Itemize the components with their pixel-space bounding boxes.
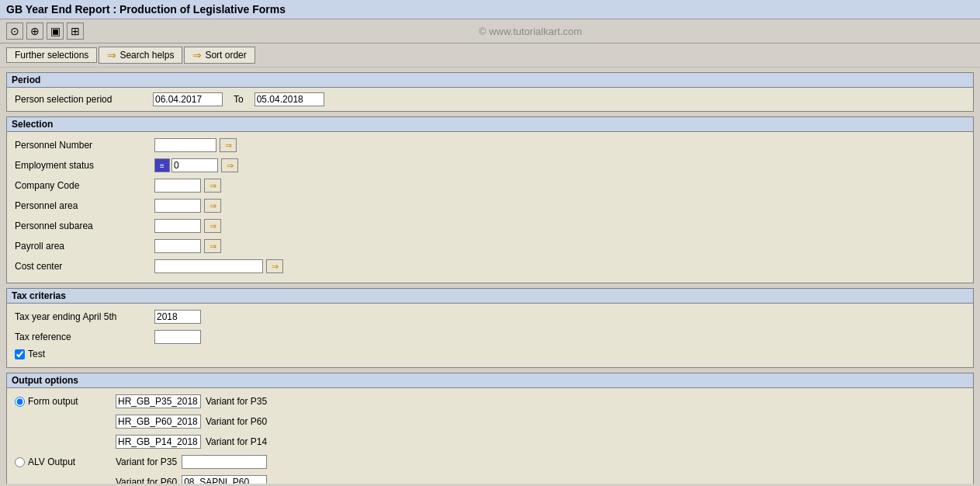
period-row: Person selection period To (7, 88, 973, 111)
toolbar: ⊙ ⊕ ▣ ⊞ © www.tutorialkart.com (0, 19, 980, 43)
toolbar-icon-3[interactable]: ▣ (47, 23, 64, 40)
tax-year-input[interactable] (154, 310, 201, 324)
output-options-header: Output options (7, 373, 973, 388)
personnel-number-row: Personnel Number ⇒ (15, 137, 965, 154)
period-to-input[interactable] (255, 92, 324, 106)
tax-criterias-section: Tax criterias Tax year ending April 5th … (6, 288, 974, 368)
selection-section-body: Personnel Number ⇒ Employment status ≡ ⇒… (7, 132, 973, 283)
cost-center-label: Cost center (15, 261, 154, 272)
tax-criterias-title: Tax criterias (12, 290, 66, 301)
company-code-input[interactable] (154, 179, 201, 193)
personnel-area-input[interactable] (154, 199, 201, 213)
page-title: GB Year End Report : Production of Legis… (6, 3, 286, 16)
form-output-row-2: Variant for P60 (15, 413, 965, 430)
variant-p14-label: Variant for P14 (206, 436, 267, 447)
employment-status-icon: ≡ (154, 158, 170, 172)
alv-output-radio[interactable] (15, 457, 25, 467)
tab-sort-order-label: Sort order (205, 50, 246, 61)
personnel-number-arrow-btn[interactable]: ⇒ (220, 138, 237, 152)
variant-p14-input[interactable] (116, 435, 201, 449)
employment-status-input[interactable] (171, 158, 218, 172)
period-label: Person selection period (15, 94, 147, 105)
cost-center-input[interactable] (154, 259, 263, 273)
personnel-subarea-label: Personnel subarea (15, 220, 154, 231)
personnel-area-arrow-btn[interactable]: ⇒ (204, 199, 221, 213)
alv-p35-label: Variant for P35 (116, 456, 177, 467)
variant-p60-label: Variant for P60 (206, 416, 267, 427)
test-checkbox[interactable] (15, 349, 25, 359)
output-options-section: Output options Form output Variant for P… (6, 373, 974, 484)
toolbar-icon-1[interactable]: ⊙ (6, 23, 23, 40)
tax-criterias-body: Tax year ending April 5th Tax reference … (7, 304, 973, 367)
personnel-area-label: Personnel area (15, 200, 154, 211)
tab-search-helps[interactable]: ⇒ Search helps (99, 47, 182, 64)
alv-output-label: ALV Output (28, 456, 75, 467)
payroll-area-row: Payroll area ⇒ (15, 238, 965, 255)
personnel-number-label: Personnel Number (15, 140, 154, 151)
payroll-area-arrow-btn[interactable]: ⇒ (204, 239, 221, 253)
company-code-label: Company Code (15, 180, 154, 191)
variant-p60-input[interactable] (116, 415, 201, 429)
tab-search-helps-arrow-icon: ⇒ (107, 49, 116, 61)
selection-section-title: Selection (12, 119, 53, 130)
tab-sort-order-arrow-icon: ⇒ (192, 49, 202, 61)
personnel-subarea-input[interactable] (154, 219, 201, 233)
tax-ref-row: Tax reference (15, 328, 965, 345)
tax-ref-label: Tax reference (15, 332, 154, 342)
form-output-radio[interactable] (15, 397, 25, 407)
company-code-row: Company Code ⇒ (15, 177, 965, 194)
alv-output-row-1: ALV Output Variant for P35 (15, 453, 965, 470)
title-bar: GB Year End Report : Production of Legis… (0, 0, 980, 19)
tab-further-selections[interactable]: Further selections (6, 47, 97, 63)
variant-p35-input[interactable] (116, 394, 201, 408)
alv-p35-input[interactable] (182, 455, 267, 469)
alv-p60-label: Variant for P60 (116, 477, 177, 484)
payroll-area-label: Payroll area (15, 241, 154, 252)
period-to-label: To (234, 94, 244, 105)
test-label: Test (28, 349, 45, 359)
form-output-row-3: Variant for P14 (15, 433, 965, 450)
variant-p35-label: Variant for P35 (206, 396, 267, 407)
personnel-area-row: Personnel area ⇒ (15, 197, 965, 214)
tab-bar: Further selections ⇒ Search helps ⇒ Sort… (0, 43, 980, 68)
watermark: © www.tutorialkart.com (87, 26, 974, 37)
cost-center-arrow-btn[interactable]: ⇒ (266, 259, 283, 273)
tax-ref-input[interactable] (154, 330, 201, 344)
personnel-subarea-row: Personnel subarea ⇒ (15, 217, 965, 234)
selection-section-header: Selection (7, 117, 973, 132)
period-section-title: Period (12, 75, 40, 85)
toolbar-icon-4[interactable]: ⊞ (67, 23, 84, 40)
test-checkbox-row: Test (15, 349, 965, 359)
tab-sort-order[interactable]: ⇒ Sort order (184, 47, 255, 64)
alv-output-row-2: Variant for P60 (15, 474, 965, 484)
tab-further-selections-label: Further selections (15, 50, 88, 61)
form-output-row-1: Form output Variant for P35 (15, 393, 965, 410)
employment-status-arrow-btn[interactable]: ⇒ (221, 158, 238, 172)
personnel-subarea-arrow-btn[interactable]: ⇒ (204, 219, 221, 233)
selection-section: Selection Personnel Number ⇒ Employment … (6, 116, 974, 283)
output-options-body: Form output Variant for P35 Variant for … (7, 388, 973, 484)
personnel-number-input[interactable] (154, 138, 216, 152)
toolbar-icon-2[interactable]: ⊕ (26, 23, 43, 40)
period-section: Period Person selection period To (6, 72, 974, 112)
form-output-label: Form output (28, 396, 78, 407)
tab-search-helps-label: Search helps (119, 50, 174, 61)
company-code-arrow-btn[interactable]: ⇒ (204, 179, 221, 193)
period-section-header: Period (7, 73, 973, 88)
employment-status-label: Employment status (15, 160, 154, 171)
alv-p60-input[interactable] (182, 475, 267, 484)
employment-status-row: Employment status ≡ ⇒ (15, 157, 965, 174)
output-options-title: Output options (12, 375, 78, 386)
tax-criterias-header: Tax criterias (7, 289, 973, 304)
main-content: Period Person selection period To Select… (0, 68, 980, 484)
tax-year-row: Tax year ending April 5th (15, 308, 965, 325)
period-from-input[interactable] (153, 92, 223, 106)
tax-year-label: Tax year ending April 5th (15, 311, 154, 322)
payroll-area-input[interactable] (154, 239, 201, 253)
cost-center-row: Cost center ⇒ (15, 258, 965, 275)
